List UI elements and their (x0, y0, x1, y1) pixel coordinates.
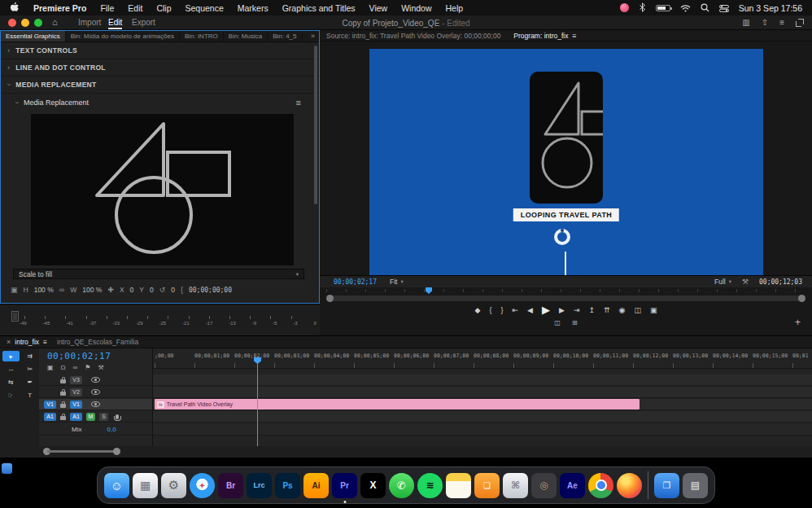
x-value[interactable]: 0 (130, 286, 134, 294)
rotation-value[interactable]: 0 (171, 286, 175, 294)
media-replacement-item[interactable]: › Media Replacement ≡ (1, 94, 319, 112)
menu-edit[interactable]: Edit (128, 3, 142, 13)
panel-menu-icon[interactable]: ≡ (296, 98, 301, 107)
source-patch-slot[interactable] (44, 376, 56, 384)
track-output-eye-icon[interactable] (91, 377, 100, 383)
section-text-controls[interactable]: › TEXT CONTROLS (1, 42, 319, 59)
control-center-icon[interactable] (719, 1, 729, 15)
snap-icon[interactable]: Ω (61, 364, 66, 371)
rotate-icon[interactable]: ↺ (159, 286, 166, 294)
home-icon[interactable]: ⌂ (52, 17, 58, 27)
program-timecode[interactable]: 00;00;02;17 (334, 278, 377, 286)
menu-clip[interactable]: Clip (156, 3, 171, 13)
bridge-dock-icon[interactable]: Br (218, 473, 243, 498)
track-lane-v1[interactable]: fx Travel Path Video Overlay (153, 399, 812, 410)
tab-sequence-intro-qe[interactable]: intro_QE_Escolas_Familia (57, 338, 138, 346)
whatsapp-dock-icon[interactable]: ✆ (389, 473, 414, 498)
menu-graphics-titles[interactable]: Graphics and Titles (282, 3, 356, 13)
multi-camera-button[interactable]: ▣ (650, 304, 657, 317)
transform-timecode[interactable]: 00;00;00;00 (189, 287, 232, 294)
premiere-dock-icon[interactable]: Pr (332, 473, 357, 498)
scale-mode-dropdown[interactable]: Scale to fill ▾ (13, 269, 304, 279)
step-forward-button[interactable]: ▶ (559, 304, 565, 317)
lock-icon[interactable] (60, 404, 66, 408)
program-video-frame[interactable]: LOOPING TRAVEL PATH (369, 49, 763, 275)
zoom-level-dropdown[interactable]: Fit▾ (390, 278, 404, 286)
chrome-dock-icon[interactable] (588, 473, 613, 498)
time-ruler[interactable]: ;00;00 00;00;01;00 00;00;02;00 00;00;03;… (153, 348, 812, 369)
firefox-dock-icon[interactable] (617, 473, 642, 498)
track-badge-v1[interactable]: V1 (70, 401, 82, 409)
monitor-scrub-area[interactable] (320, 287, 812, 302)
close-icon[interactable]: × (7, 338, 11, 346)
quick-export-icon[interactable]: ⇧ (762, 18, 768, 27)
step-back-button[interactable]: ◀ (527, 304, 533, 317)
tab-overflow-icon[interactable]: » (307, 31, 319, 42)
lock-icon[interactable] (60, 392, 66, 396)
lock-icon[interactable] (60, 416, 66, 420)
tab-edit[interactable]: Edit (108, 18, 122, 29)
dark-app-dock-icon[interactable]: ◎ (531, 473, 557, 498)
downloads-dock-icon[interactable]: ❐ (654, 473, 679, 498)
section-line-dot-control[interactable]: › LINE AND DOT CONTROL (1, 59, 319, 77)
bluetooth-icon[interactable] (639, 1, 646, 15)
slip-tool[interactable]: ⇆ (2, 377, 20, 388)
battery-icon[interactable] (656, 5, 670, 11)
linked-selection-icon[interactable]: ∞ (73, 364, 78, 371)
chevron-right-icon[interactable]: › (7, 64, 10, 72)
panel-menu-icon[interactable]: ≡ (572, 32, 576, 40)
track-output-eye-icon[interactable] (91, 401, 100, 407)
apple-menu-icon[interactable] (10, 2, 20, 15)
source-patch-v1[interactable]: V1 (44, 401, 56, 409)
photoshop-dock-icon[interactable]: Ps (275, 473, 300, 498)
wifi-icon[interactable] (680, 1, 691, 15)
menu-file[interactable]: File (100, 3, 114, 13)
razor-tool[interactable]: ✂ (22, 364, 39, 374)
tab-source-monitor[interactable]: Source: intro_fix: Travel Path Video Ove… (326, 32, 500, 40)
spotlight-icon[interactable] (701, 1, 709, 15)
source-patch-slot[interactable] (44, 388, 56, 396)
tab-bin-musica[interactable]: Bin: Musica (224, 31, 268, 42)
chevron-down-icon[interactable]: › (5, 83, 13, 85)
tab-sequence-intro-fix[interactable]: × intro_fix ≡ (7, 338, 47, 346)
hscroll-handle-right[interactable] (113, 448, 120, 455)
mark-in-button[interactable]: { (489, 304, 491, 317)
notes-dock-icon[interactable] (446, 473, 471, 498)
track-badge-a1[interactable]: A1 (70, 413, 82, 421)
tab-bin-4-5[interactable]: Bin: 4_5 (268, 31, 302, 42)
capture-icon[interactable]: ▥ (742, 18, 749, 27)
go-to-out-button[interactable]: ⇥ (574, 304, 580, 317)
track-lane-a1[interactable] (153, 411, 812, 423)
track-badge-v3[interactable]: V3 (70, 376, 82, 384)
nest-icon[interactable]: ▣ (47, 364, 54, 371)
trash-dock-icon[interactable]: ▤ (683, 473, 708, 498)
minimize-window-button[interactable] (21, 19, 29, 27)
timeline-settings-icon[interactable]: ⚒ (98, 364, 103, 371)
finder-dock-icon[interactable]: ☺ (104, 473, 129, 498)
monitor-zoom-bar[interactable] (326, 296, 805, 301)
safari-dock-icon[interactable]: ✦ (190, 473, 215, 498)
orange-app-dock-icon[interactable]: ❏ (474, 473, 500, 498)
close-window-button[interactable] (8, 19, 16, 27)
hand-tool[interactable]: ☞ (2, 390, 20, 401)
button-editor-button[interactable]: + (795, 317, 801, 328)
menu-help[interactable]: Help (446, 3, 464, 13)
go-to-in-button[interactable]: ⇤ (513, 304, 519, 317)
type-tool[interactable]: T (22, 390, 39, 401)
add-marker-icon[interactable]: ⚑ (85, 364, 90, 371)
tab-import[interactable]: Import (78, 18, 101, 27)
height-value[interactable]: 100 % (34, 286, 54, 294)
link-icon[interactable]: ∞ (59, 286, 64, 294)
voiceover-record-icon[interactable] (116, 414, 119, 419)
ripple-edit-tool[interactable]: ↔ (2, 364, 20, 374)
settings-dock-icon[interactable]: ⚙ (161, 473, 186, 498)
zoom-window-button[interactable] (34, 19, 42, 27)
timeline-timecode[interactable]: 00;00;02;17 (47, 351, 111, 361)
media-preview-thumbnail[interactable] (31, 114, 294, 265)
workspaces-icon[interactable]: ≡ (779, 18, 784, 27)
position-icon[interactable]: ✚ (107, 286, 114, 294)
source-patch-a1[interactable]: A1 (44, 413, 56, 421)
zoom-handle-left[interactable] (326, 295, 334, 302)
tab-bin-midia[interactable]: Bin: Mídia do modelo de animações (66, 31, 180, 42)
chevron-right-icon[interactable]: › (7, 46, 10, 55)
